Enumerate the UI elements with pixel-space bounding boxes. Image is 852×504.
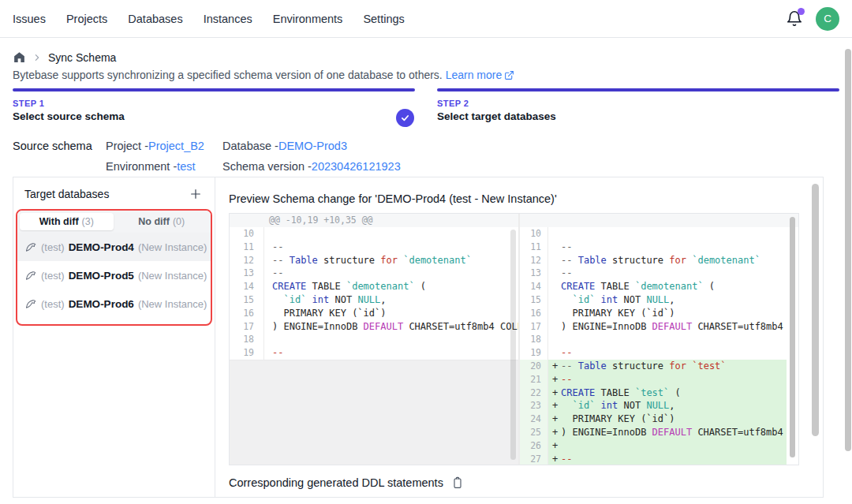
diff-line-number: 19	[520, 346, 548, 360]
diff-line: 22+CREATE TABLE `test` (	[520, 386, 787, 400]
top-nav: IssuesProjectsDatabasesInstancesEnvironm…	[0, 0, 852, 38]
diff-line-code: --	[264, 267, 283, 280]
chevron-right-icon	[33, 54, 41, 62]
source-version: Schema version - 20230426121923	[222, 156, 839, 177]
diff-line-number: 22	[520, 386, 548, 400]
notification-dot	[798, 8, 805, 15]
diff-line-prefix: +	[548, 439, 561, 453]
left-pane-scrollbar[interactable]	[510, 230, 516, 460]
step-title: Select source schema	[13, 110, 415, 122]
diff-line-prefix	[548, 307, 561, 320]
learn-more-link[interactable]: Learn more	[446, 69, 503, 81]
project-link[interactable]: Project_B2	[148, 140, 204, 152]
diff-line-prefix: +	[548, 399, 561, 413]
diff-line: 25+) ENGINE=InnoDB DEFAULT CHARSET=utf8m…	[520, 426, 787, 439]
diff-line-code: --	[264, 241, 283, 254]
diff-line-prefix: +	[548, 386, 561, 400]
tab-with-diff[interactable]: With diff(3)	[20, 213, 114, 230]
diff-line-prefix	[548, 241, 561, 254]
diff-line-number: 21	[520, 373, 548, 386]
diff-line-number: 20	[520, 360, 548, 373]
plus-icon	[189, 188, 202, 200]
environment-link[interactable]: test	[177, 160, 195, 173]
diff-line: 19--	[230, 346, 518, 360]
database-suffix: (New Instance)	[138, 270, 207, 282]
diff-line-number: 10	[520, 227, 548, 241]
diff-line: 12-- Table structure for `demotenant`	[230, 254, 518, 267]
step-progress-bar	[13, 88, 415, 91]
mysql-icon	[25, 298, 37, 309]
diff-line-code: PRIMARY KEY (`id`)	[561, 413, 675, 426]
home-icon[interactable]	[13, 50, 26, 64]
diff-hunk-header: @@ -10,19 +10,35 @@	[230, 214, 518, 227]
intro-sentence: Bytebase supports synchronizing a specif…	[13, 69, 443, 81]
tab-label: No diff	[138, 216, 170, 227]
add-target-database-button[interactable]	[188, 186, 204, 202]
diff-pane-original[interactable]: @@ -10,19 +10,35 @@ 1011--12-- Table str…	[230, 214, 520, 465]
diff-line-number: 27	[520, 453, 548, 465]
target-databases-panel: Target databases With diff(3)No diff(0) …	[13, 177, 215, 497]
diff-line-number: 23	[520, 399, 548, 413]
nav-item-projects[interactable]: Projects	[66, 13, 107, 25]
diff-line-prefix: +	[548, 453, 561, 465]
diff-line-code: -- Table structure for `test`	[561, 360, 727, 373]
target-database-item[interactable]: (test) DEMO-Prod6 (New Instance)	[17, 289, 211, 318]
notification-bell-button[interactable]	[786, 10, 803, 28]
source-schema-label: Source schema	[13, 136, 106, 156]
breadcrumb: Sync Schema	[13, 50, 839, 64]
step-complete-check-icon	[396, 109, 414, 127]
nav-item-settings[interactable]: Settings	[363, 13, 404, 25]
diff-line-prefix	[548, 267, 561, 280]
diff-line-number: 15	[520, 293, 548, 307]
card-scrollbar[interactable]	[812, 184, 819, 436]
diff-line: 26+	[520, 439, 787, 453]
diff-line-prefix	[548, 254, 561, 267]
step-2: STEP 2Select target databases	[437, 88, 839, 122]
avatar[interactable]: C	[816, 7, 839, 31]
target-database-item[interactable]: (test) DEMO-Prod5 (New Instance)	[17, 261, 211, 289]
target-database-list: (test) DEMO-Prod4 (New Instance)(test) D…	[17, 233, 211, 318]
tab-no-diff[interactable]: No diff(0)	[115, 213, 209, 230]
diff-line-code: `id` int NOT NULL,	[264, 293, 387, 307]
schema-version-link[interactable]: 20230426121923	[312, 160, 401, 173]
right-pane-scrollbar[interactable]	[790, 217, 795, 457]
diff-line-prefix	[548, 346, 561, 360]
tab-label: With diff	[39, 216, 79, 227]
target-databases-title: Target databases	[24, 188, 109, 200]
diff-line: 14CREATE TABLE `demotenant` (	[230, 280, 518, 293]
diff-line-number: 14	[230, 280, 264, 293]
nav-item-issues[interactable]: Issues	[13, 13, 46, 25]
diff-line: 14CREATE TABLE `demotenant` (	[520, 280, 787, 293]
intro-text: Bytebase supports synchronizing a specif…	[13, 69, 839, 81]
target-database-item[interactable]: (test) DEMO-Prod4 (New Instance)	[17, 233, 211, 261]
diff-line: 27+--	[520, 453, 787, 465]
diff-line-code: --	[561, 373, 572, 386]
nav-item-databases[interactable]: Databases	[128, 13, 182, 25]
page-scrollbar[interactable]	[845, 49, 851, 451]
diff-line-prefix	[548, 227, 561, 241]
breadcrumb-page: Sync Schema	[48, 51, 116, 64]
diff-line-number: 16	[520, 307, 548, 320]
diff-line: 11--	[520, 241, 787, 254]
schema-diff-editor[interactable]: @@ -10,19 +10,35 @@ 1011--12-- Table str…	[229, 213, 799, 465]
diff-line-prefix	[548, 293, 561, 307]
preview-panel: Preview Schema change for 'DEMO-Prod4 (t…	[215, 177, 823, 497]
diff-line-number: 10	[230, 227, 264, 241]
diff-line: 17) ENGINE=InnoDB DEFAULT CHARSET=utf8mb…	[520, 320, 787, 334]
diff-line-code: `id` int NOT NULL,	[561, 399, 675, 413]
database-name: DEMO-Prod5	[69, 270, 134, 282]
diff-line: 17) ENGINE=InnoDB DEFAULT CHARSET=utf8mb…	[230, 320, 518, 334]
diff-left-rows: 1011--12-- Table structure for `demotena…	[230, 227, 518, 360]
diff-line-code: ) ENGINE=InnoDB DEFAULT CHARSET=utf8mb4 …	[561, 426, 787, 439]
nav-right: C	[786, 7, 839, 31]
nav-item-instances[interactable]: Instances	[204, 13, 252, 25]
step-label: STEP 1	[13, 99, 415, 108]
diff-line-prefix: +	[548, 413, 561, 426]
database-link[interactable]: DEMO-Prod3	[278, 140, 347, 152]
copy-clipboard-icon[interactable]	[451, 476, 464, 489]
sync-card: Target databases With diff(3)No diff(0) …	[13, 177, 824, 498]
nav-item-environments[interactable]: Environments	[273, 13, 343, 25]
tab-count: (3)	[82, 216, 94, 227]
diff-pane-modified[interactable]: 1011--12-- Table structure for `demotena…	[520, 214, 798, 465]
diff-line-number: 25	[520, 426, 548, 439]
